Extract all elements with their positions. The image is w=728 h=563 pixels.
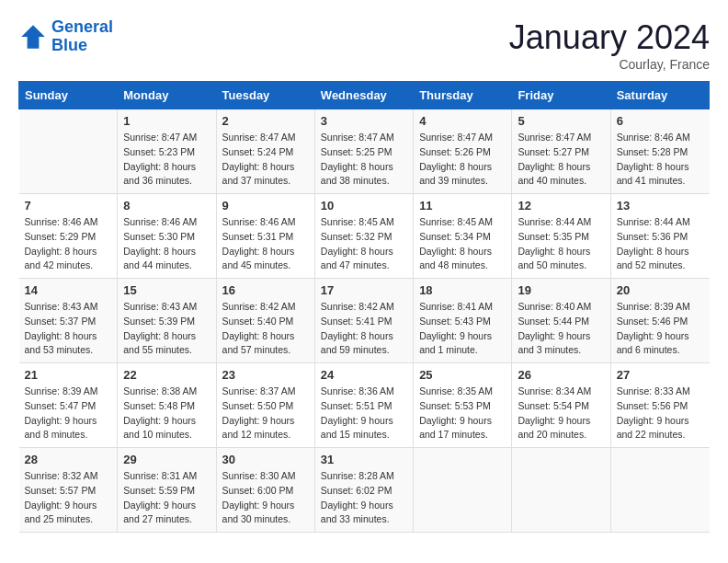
day-info: Sunrise: 8:39 AMSunset: 5:47 PMDaylight:… xyxy=(25,385,112,442)
day-info: Sunrise: 8:34 AMSunset: 5:54 PMDaylight:… xyxy=(518,385,604,442)
day-info: Sunrise: 8:41 AMSunset: 5:43 PMDaylight:… xyxy=(419,300,506,358)
day-info: Sunrise: 8:30 AMSunset: 6:00 PMDaylight:… xyxy=(222,469,309,527)
calendar-cell-w4-d3: 31 Sunrise: 8:28 AMSunset: 6:02 PMDaylig… xyxy=(314,448,413,533)
day-number: 19 xyxy=(518,283,604,297)
logo: General Blue xyxy=(18,18,113,55)
calendar-cell-w0-d3: 3 Sunrise: 8:47 AMSunset: 5:25 PMDayligh… xyxy=(314,109,413,194)
day-number: 28 xyxy=(25,453,112,466)
calendar-table: Sunday Monday Tuesday Wednesday Thursday… xyxy=(18,81,710,533)
calendar-cell-w0-d2: 2 Sunrise: 8:47 AMSunset: 5:24 PMDayligh… xyxy=(216,109,314,194)
calendar-week-3: 21 Sunrise: 8:39 AMSunset: 5:47 PMDaylig… xyxy=(19,363,710,448)
calendar-cell-w2-d5: 19 Sunrise: 8:40 AMSunset: 5:44 PMDaylig… xyxy=(512,279,610,363)
day-info: Sunrise: 8:46 AMSunset: 5:29 PMDaylight:… xyxy=(25,215,112,273)
calendar-cell-w1-d1: 8 Sunrise: 8:46 AMSunset: 5:30 PMDayligh… xyxy=(118,194,216,279)
calendar-cell-w4-d4 xyxy=(414,448,512,533)
calendar-cell-w2-d4: 18 Sunrise: 8:41 AMSunset: 5:43 PMDaylig… xyxy=(414,279,512,363)
day-number: 23 xyxy=(222,368,309,382)
calendar-cell-w1-d2: 9 Sunrise: 8:46 AMSunset: 5:31 PMDayligh… xyxy=(216,194,314,279)
calendar-cell-w4-d6 xyxy=(610,448,709,533)
calendar-body: 1 Sunrise: 8:47 AMSunset: 5:23 PMDayligh… xyxy=(19,109,710,533)
logo-line1: General xyxy=(51,17,113,36)
calendar-cell-w4-d1: 29 Sunrise: 8:31 AMSunset: 5:59 PMDaylig… xyxy=(118,448,216,533)
calendar-cell-w2-d3: 17 Sunrise: 8:42 AMSunset: 5:41 PMDaylig… xyxy=(314,279,413,363)
calendar-cell-w2-d6: 20 Sunrise: 8:39 AMSunset: 5:46 PMDaylig… xyxy=(610,279,709,363)
day-number: 30 xyxy=(222,453,309,466)
day-number: 5 xyxy=(518,114,604,128)
day-number: 4 xyxy=(419,114,506,128)
calendar-header: Sunday Monday Tuesday Wednesday Thursday… xyxy=(19,82,710,109)
day-info: Sunrise: 8:38 AMSunset: 5:48 PMDaylight:… xyxy=(123,385,210,442)
calendar-cell-w3-d4: 25 Sunrise: 8:35 AMSunset: 5:53 PMDaylig… xyxy=(414,363,512,448)
day-info: Sunrise: 8:47 AMSunset: 5:26 PMDaylight:… xyxy=(419,131,506,189)
day-info: Sunrise: 8:45 AMSunset: 5:34 PMDaylight:… xyxy=(419,215,506,273)
day-number: 2 xyxy=(222,114,309,128)
day-info: Sunrise: 8:47 AMSunset: 5:23 PMDaylight:… xyxy=(123,131,210,189)
calendar-cell-w3-d2: 23 Sunrise: 8:37 AMSunset: 5:50 PMDaylig… xyxy=(216,363,314,448)
day-number: 20 xyxy=(617,283,704,297)
day-info: Sunrise: 8:33 AMSunset: 5:56 PMDaylight:… xyxy=(617,385,704,442)
calendar-cell-w3-d3: 24 Sunrise: 8:36 AMSunset: 5:51 PMDaylig… xyxy=(314,363,413,448)
calendar-cell-w4-d0: 28 Sunrise: 8:32 AMSunset: 5:57 PMDaylig… xyxy=(19,448,118,533)
day-number: 29 xyxy=(123,453,210,466)
title-section: January 2024 Courlay, France xyxy=(509,18,710,72)
day-info: Sunrise: 8:46 AMSunset: 5:30 PMDaylight:… xyxy=(123,215,210,273)
col-wednesday: Wednesday xyxy=(314,82,413,109)
day-number: 11 xyxy=(419,199,506,213)
day-number: 25 xyxy=(419,368,506,382)
logo-line2: Blue xyxy=(51,36,87,54)
location: Courlay, France xyxy=(509,57,710,72)
day-info: Sunrise: 8:35 AMSunset: 5:53 PMDaylight:… xyxy=(419,385,506,442)
day-info: Sunrise: 8:28 AMSunset: 6:02 PMDaylight:… xyxy=(321,469,407,527)
svg-marker-0 xyxy=(21,25,45,49)
calendar-cell-w0-d4: 4 Sunrise: 8:47 AMSunset: 5:26 PMDayligh… xyxy=(414,109,512,194)
day-info: Sunrise: 8:44 AMSunset: 5:36 PMDaylight:… xyxy=(617,215,704,273)
calendar-week-2: 14 Sunrise: 8:43 AMSunset: 5:37 PMDaylig… xyxy=(19,279,710,363)
calendar-cell-w3-d6: 27 Sunrise: 8:33 AMSunset: 5:56 PMDaylig… xyxy=(610,363,709,448)
day-number: 26 xyxy=(518,368,604,382)
calendar-week-4: 28 Sunrise: 8:32 AMSunset: 5:57 PMDaylig… xyxy=(19,448,710,533)
day-info: Sunrise: 8:43 AMSunset: 5:39 PMDaylight:… xyxy=(123,300,210,358)
day-number: 6 xyxy=(617,114,704,128)
day-info: Sunrise: 8:40 AMSunset: 5:44 PMDaylight:… xyxy=(518,300,604,358)
day-info: Sunrise: 8:46 AMSunset: 5:31 PMDaylight:… xyxy=(222,215,309,273)
page-header: General Blue January 2024 Courlay, Franc… xyxy=(18,18,710,72)
day-number: 18 xyxy=(419,283,506,297)
logo-icon xyxy=(18,22,48,52)
calendar-week-1: 7 Sunrise: 8:46 AMSunset: 5:29 PMDayligh… xyxy=(19,194,710,279)
day-number: 21 xyxy=(25,368,112,382)
col-saturday: Saturday xyxy=(610,82,709,109)
col-friday: Friday xyxy=(512,82,610,109)
calendar-cell-w1-d4: 11 Sunrise: 8:45 AMSunset: 5:34 PMDaylig… xyxy=(414,194,512,279)
day-info: Sunrise: 8:42 AMSunset: 5:41 PMDaylight:… xyxy=(321,300,407,358)
header-row: Sunday Monday Tuesday Wednesday Thursday… xyxy=(19,82,710,109)
day-number: 13 xyxy=(617,199,704,213)
day-number: 16 xyxy=(222,283,309,297)
day-number: 10 xyxy=(321,199,407,213)
calendar-cell-w4-d5 xyxy=(512,448,610,533)
calendar-cell-w2-d2: 16 Sunrise: 8:42 AMSunset: 5:40 PMDaylig… xyxy=(216,279,314,363)
day-info: Sunrise: 8:37 AMSunset: 5:50 PMDaylight:… xyxy=(222,385,309,442)
day-number: 17 xyxy=(321,283,407,297)
calendar-cell-w3-d0: 21 Sunrise: 8:39 AMSunset: 5:47 PMDaylig… xyxy=(19,363,118,448)
day-info: Sunrise: 8:39 AMSunset: 5:46 PMDaylight:… xyxy=(617,300,704,358)
calendar-cell-w0-d1: 1 Sunrise: 8:47 AMSunset: 5:23 PMDayligh… xyxy=(118,109,216,194)
day-number: 14 xyxy=(25,283,112,297)
col-thursday: Thursday xyxy=(414,82,512,109)
calendar-cell-w4-d2: 30 Sunrise: 8:30 AMSunset: 6:00 PMDaylig… xyxy=(216,448,314,533)
calendar-cell-w3-d5: 26 Sunrise: 8:34 AMSunset: 5:54 PMDaylig… xyxy=(512,363,610,448)
month-title: January 2024 xyxy=(509,18,710,57)
day-number: 27 xyxy=(617,368,704,382)
calendar-cell-w0-d5: 5 Sunrise: 8:47 AMSunset: 5:27 PMDayligh… xyxy=(512,109,610,194)
day-number: 24 xyxy=(321,368,407,382)
day-number: 8 xyxy=(123,199,210,213)
day-info: Sunrise: 8:36 AMSunset: 5:51 PMDaylight:… xyxy=(321,385,407,442)
col-tuesday: Tuesday xyxy=(216,82,314,109)
day-info: Sunrise: 8:47 AMSunset: 5:27 PMDaylight:… xyxy=(518,131,604,189)
day-info: Sunrise: 8:46 AMSunset: 5:28 PMDaylight:… xyxy=(617,131,704,189)
day-number: 9 xyxy=(222,199,309,213)
day-number: 22 xyxy=(123,368,210,382)
calendar-cell-w1-d6: 13 Sunrise: 8:44 AMSunset: 5:36 PMDaylig… xyxy=(610,194,709,279)
day-number: 1 xyxy=(123,114,210,128)
calendar-cell-w1-d5: 12 Sunrise: 8:44 AMSunset: 5:35 PMDaylig… xyxy=(512,194,610,279)
calendar-cell-w0-d0 xyxy=(19,109,118,194)
